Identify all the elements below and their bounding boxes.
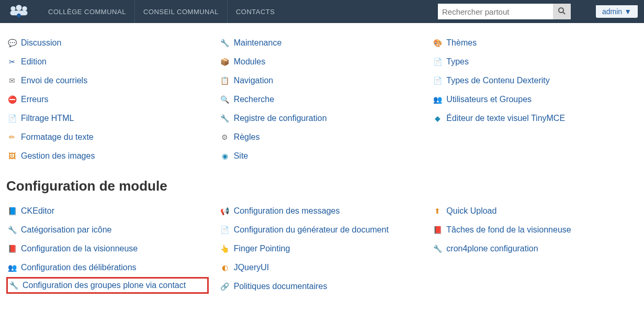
- settings-col: ⬆Quick Upload📕Tâches de fond de la visio…: [432, 202, 634, 296]
- settings-col: 🎨Thèmes📄Types📄Types de Contenu Dexterity…: [432, 34, 634, 165]
- settings-col: 🔧Maintenance📦Modules📋Navigation🔍Recherch…: [219, 34, 422, 165]
- config-generateur-doc-icon: 📄: [220, 225, 230, 235]
- settings-item-filtrage-html[interactable]: 📄Filtrage HTML: [6, 109, 209, 128]
- settings-item-recherche[interactable]: 🔍Recherche: [219, 90, 422, 109]
- settings-item-label: Site: [234, 151, 248, 161]
- users-groups-icon: 👥: [433, 95, 442, 104]
- svg-line-6: [563, 12, 565, 14]
- modules-icon: 📦: [220, 57, 230, 67]
- settings-item-config-messages[interactable]: 📢Configuration des messages: [219, 202, 422, 220]
- settings-item-label: Envoi de courriels: [21, 76, 87, 85]
- user-name: admin: [602, 7, 622, 16]
- settings-item-ckeditor[interactable]: 📘CKEditor: [6, 202, 209, 220]
- svg-point-4: [17, 14, 20, 17]
- app-logo[interactable]: [6, 3, 31, 20]
- settings-item-taches-fond[interactable]: 📕Tâches de fond de la visionneuse: [432, 220, 634, 239]
- search-icon: [558, 7, 566, 17]
- settings-item-label: Utilisateurs et Groupes: [446, 95, 532, 104]
- settings-item-label: cron4plone configuration: [446, 244, 538, 253]
- settings-item-gestion-images[interactable]: 🖼Gestion des images: [6, 147, 209, 165]
- taches-fond-icon: 📕: [433, 225, 442, 235]
- search-input[interactable]: [438, 5, 553, 18]
- settings-grid-2: 📘CKEditor🔧Catégorisation par icône📕Confi…: [6, 202, 634, 296]
- settings-item-cron4plone[interactable]: 🔧cron4plone configuration: [432, 239, 634, 258]
- settings-item-label: Finger Pointing: [234, 244, 290, 253]
- politiques-doc-icon: 🔗: [220, 282, 230, 291]
- settings-item-label: Tâches de fond de la visionneuse: [446, 225, 571, 235]
- registre-config-icon: 🔧: [220, 114, 230, 123]
- settings-item-label: Configuration des messages: [234, 206, 340, 216]
- settings-item-config-visionneuse[interactable]: 📕Configuration de la visionneuse: [6, 239, 209, 258]
- erreurs-icon: ⛔: [7, 95, 17, 104]
- svg-point-5: [559, 8, 563, 13]
- settings-item-config-generateur-doc[interactable]: 📄Configuration du générateur de document: [219, 220, 422, 239]
- settings-item-label: CKEditor: [21, 206, 54, 216]
- settings-item-label: Maintenance: [234, 38, 282, 48]
- settings-item-types-dexterity[interactable]: 📄Types de Contenu Dexterity: [432, 71, 634, 90]
- settings-item-jqueryui[interactable]: ◐JQueryUI: [219, 258, 422, 277]
- finger-pointing-icon: 👆: [220, 244, 230, 253]
- settings-item-label: Éditeur de texte visuel TinyMCE: [446, 114, 565, 123]
- settings-item-envoi-courriels[interactable]: ✉Envoi de courriels: [6, 71, 209, 90]
- settings-item-categorisation-icone[interactable]: 🔧Catégorisation par icône: [6, 220, 209, 239]
- settings-item-regles[interactable]: ⚙Règles: [219, 128, 422, 147]
- settings-item-label: Discussion: [21, 38, 61, 48]
- settings-item-modules[interactable]: 📦Modules: [219, 52, 422, 71]
- main-nav: COLLÈGE COMMUNAL CONSEIL COMMUNAL CONTAC…: [40, 0, 283, 23]
- nav-college[interactable]: COLLÈGE COMMUNAL: [40, 0, 135, 23]
- settings-item-politiques-doc[interactable]: 🔗Politiques documentaires: [219, 277, 422, 296]
- settings-item-tinymce[interactable]: ◆Éditeur de texte visuel TinyMCE: [432, 109, 634, 128]
- settings-item-label: Configuration de la visionneuse: [21, 244, 138, 253]
- settings-item-site[interactable]: ◉Site: [219, 147, 422, 165]
- settings-item-label: Configuration des délibérations: [21, 263, 137, 272]
- tinymce-icon: ◆: [433, 114, 442, 123]
- settings-item-label: Quick Upload: [446, 206, 496, 216]
- settings-item-label: Registre de configuration: [234, 114, 327, 123]
- settings-item-config-deliberations[interactable]: 👥Configuration des délibérations: [6, 258, 209, 277]
- quick-upload-icon: ⬆: [433, 206, 442, 216]
- settings-item-label: Navigation: [234, 76, 274, 85]
- user-menu[interactable]: admin ▼: [596, 5, 638, 18]
- settings-item-quick-upload[interactable]: ⬆Quick Upload: [432, 202, 634, 220]
- maintenance-icon: 🔧: [220, 38, 230, 48]
- settings-item-themes[interactable]: 🎨Thèmes: [432, 34, 634, 52]
- settings-item-discussion[interactable]: 💬Discussion: [6, 34, 209, 52]
- settings-item-erreurs[interactable]: ⛔Erreurs: [6, 90, 209, 109]
- settings-item-label: Configuration du générateur de document: [234, 225, 389, 235]
- recherche-icon: 🔍: [220, 95, 230, 104]
- settings-item-label: Gestion des images: [21, 151, 95, 161]
- settings-item-label: Types: [446, 57, 469, 67]
- nav-contacts[interactable]: CONTACTS: [228, 0, 284, 23]
- svg-point-0: [10, 6, 15, 11]
- chevron-down-icon: ▼: [624, 7, 631, 16]
- settings-item-label: Catégorisation par icône: [21, 225, 111, 235]
- config-deliberations-icon: 👥: [7, 263, 17, 272]
- settings-item-label: Recherche: [234, 95, 274, 104]
- topbar: COLLÈGE COMMUNAL CONSEIL COMMUNAL CONTAC…: [0, 0, 644, 23]
- settings-item-label: Règles: [234, 132, 260, 142]
- settings-item-finger-pointing[interactable]: 👆Finger Pointing: [219, 239, 422, 258]
- cron4plone-icon: 🔧: [433, 244, 442, 253]
- site-icon: ◉: [220, 151, 230, 161]
- search-box: [438, 4, 571, 19]
- settings-item-formatage-texte[interactable]: ✏Formatage du texte: [6, 128, 209, 147]
- settings-col: 💬Discussion✂Edition✉Envoi de courriels⛔E…: [6, 34, 209, 165]
- settings-item-types[interactable]: 📄Types: [432, 52, 634, 71]
- settings-item-label: Thèmes: [446, 38, 477, 48]
- categorisation-icone-icon: 🔧: [7, 225, 17, 235]
- jqueryui-icon: ◐: [220, 263, 230, 272]
- themes-icon: 🎨: [433, 38, 442, 48]
- settings-item-registre-config[interactable]: 🔧Registre de configuration: [219, 109, 422, 128]
- settings-item-config-groupes-plone[interactable]: 🔧Configuration des groupes plone via con…: [6, 277, 209, 294]
- settings-item-label: Erreurs: [21, 95, 48, 104]
- nav-conseil[interactable]: CONSEIL COMMUNAL: [135, 0, 228, 23]
- filtrage-html-icon: 📄: [7, 114, 17, 123]
- search-button[interactable]: [553, 4, 571, 19]
- formatage-texte-icon: ✏: [7, 132, 17, 142]
- settings-item-navigation[interactable]: 📋Navigation: [219, 71, 422, 90]
- settings-item-users-groups[interactable]: 👥Utilisateurs et Groupes: [432, 90, 634, 109]
- settings-item-edition[interactable]: ✂Edition: [6, 52, 209, 71]
- envoi-courriels-icon: ✉: [7, 76, 17, 85]
- settings-item-maintenance[interactable]: 🔧Maintenance: [219, 34, 422, 52]
- regles-icon: ⚙: [220, 132, 230, 142]
